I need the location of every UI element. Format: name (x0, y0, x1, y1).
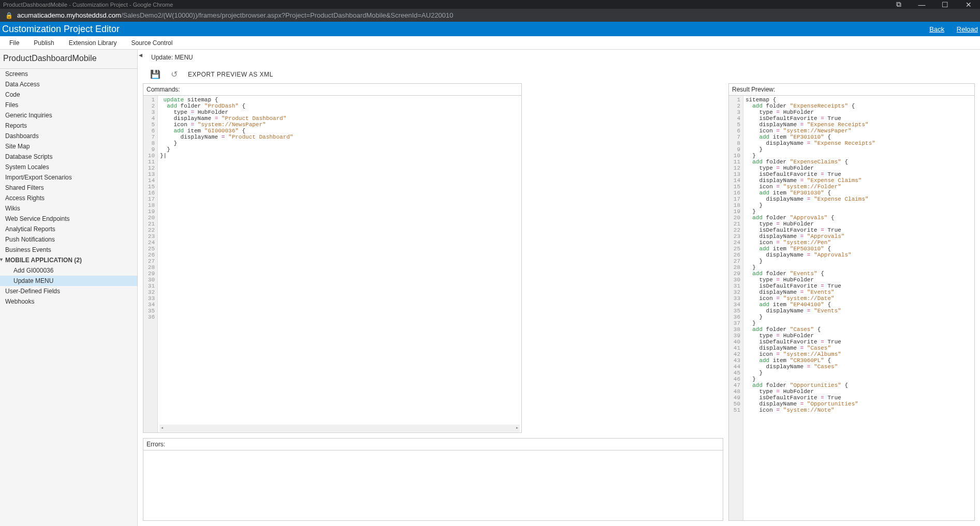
content-area: ◂ Update: MENU 💾 ↺ EXPORT PREVIEW AS XML… (138, 50, 980, 526)
picture-in-picture-icon[interactable]: ⧉ (887, 0, 910, 9)
sidebar: ProductDashboardMobile ScreensData Acces… (0, 50, 138, 526)
sidebar-item[interactable]: Screens (0, 69, 137, 79)
sidebar-item[interactable]: User-Defined Fields (0, 286, 137, 296)
menu-publish[interactable]: Publish (26, 39, 61, 47)
sidebar-item[interactable]: Wikis (0, 203, 137, 214)
sidebar-item[interactable]: Reports (0, 121, 137, 131)
save-icon[interactable]: 💾 (150, 69, 160, 79)
url-domain: acumaticademo.myhosteddsd.com (17, 11, 121, 19)
menu-file[interactable]: File (2, 39, 26, 47)
sidebar-item[interactable]: Add GI000036 (0, 265, 137, 276)
sidebar-item[interactable]: Data Access (0, 79, 137, 89)
app-header: Customization Project Editor Back Reload (0, 22, 980, 36)
errors-body (143, 450, 723, 520)
sidebar-item[interactable]: Business Events (0, 245, 137, 255)
toolbar: 💾 ↺ EXPORT PREVIEW AS XML (138, 65, 980, 83)
app-title: Customization Project Editor (2, 24, 120, 35)
sidebar-item-mobile-application[interactable]: MOBILE APPLICATION (2) (0, 255, 137, 265)
back-link[interactable]: Back (929, 25, 944, 33)
url-path: /SalesDemo2/(W(10000))/frames/projectbro… (121, 11, 454, 19)
sidebar-item[interactable]: Site Map (0, 141, 137, 152)
result-code[interactable]: sitemap { add folder "ExpenseReceipts" {… (743, 96, 974, 520)
commands-editor[interactable]: 1234567891011121314151617181920212223242… (143, 96, 521, 432)
panels-row: Commands: 123456789101112131415161718192… (138, 83, 980, 526)
back-arrow-icon[interactable]: ◂ (139, 51, 142, 59)
sidebar-item[interactable]: Dashboards (0, 131, 137, 141)
export-preview-button[interactable]: EXPORT PREVIEW AS XML (188, 71, 273, 78)
sidebar-item[interactable]: Files (0, 100, 137, 110)
commands-header: Commands: (143, 84, 521, 96)
sidebar-item[interactable]: System Locales (0, 162, 137, 172)
horizontal-scrollbar[interactable]: ◂▸ (159, 425, 520, 432)
breadcrumb-label: Update: (151, 54, 173, 61)
sidebar-item[interactable]: Webhooks (0, 296, 137, 307)
commands-panel: Commands: 123456789101112131415161718192… (143, 83, 522, 433)
result-gutter: 1234567891011121314151617181920212223242… (729, 96, 743, 520)
result-editor[interactable]: 1234567891011121314151617181920212223242… (729, 96, 974, 520)
menu-bar: File Publish Extension Library Source Co… (0, 36, 980, 50)
lock-icon: 🔒 (5, 12, 13, 19)
result-header: Result Preview: (729, 84, 974, 96)
undo-icon[interactable]: ↺ (171, 69, 178, 79)
breadcrumb-value: MENU (174, 54, 193, 61)
sidebar-item[interactable]: Push Notifications (0, 234, 137, 245)
window-controls: ⧉ — ☐ ✕ (887, 0, 980, 9)
commands-code[interactable]: update sitemap { add folder "ProdDash" {… (158, 96, 521, 432)
sidebar-item[interactable]: Update MENU (0, 276, 137, 286)
sidebar-item[interactable]: Code (0, 89, 137, 100)
browser-url-bar[interactable]: 🔒 acumaticademo.myhosteddsd.com/SalesDem… (0, 9, 980, 22)
content-header: ◂ Update: MENU (138, 50, 980, 65)
main-area: ProductDashboardMobile ScreensData Acces… (0, 50, 980, 526)
errors-panel: Errors: (143, 438, 723, 521)
commands-gutter: 1234567891011121314151617181920212223242… (143, 96, 158, 432)
sidebar-item[interactable]: Shared Filters (0, 183, 137, 193)
minimize-icon[interactable]: — (910, 0, 933, 9)
errors-header: Errors: (143, 439, 723, 450)
sidebar-list: ScreensData AccessCodeFilesGeneric Inqui… (0, 69, 137, 307)
reload-link[interactable]: Reload (957, 25, 978, 33)
breadcrumb: Update: MENU (143, 54, 193, 61)
close-icon[interactable]: ✕ (957, 0, 980, 9)
sidebar-item[interactable]: Import/Export Scenarios (0, 172, 137, 183)
menu-source-control[interactable]: Source Control (124, 39, 180, 47)
sidebar-item[interactable]: Access Rights (0, 193, 137, 203)
sidebar-item[interactable]: Generic Inquiries (0, 110, 137, 121)
maximize-icon[interactable]: ☐ (933, 0, 957, 9)
result-panel: Result Preview: 123456789101112131415161… (728, 83, 975, 521)
browser-tab-bar: ProductDashboardMobile - Customization P… (0, 0, 980, 9)
sidebar-item[interactable]: Web Service Endpoints (0, 214, 137, 224)
sidebar-item[interactable]: Database Scripts (0, 152, 137, 162)
sidebar-item[interactable]: Analytical Reports (0, 224, 137, 234)
browser-tab-title: ProductDashboardMobile - Customization P… (3, 2, 173, 8)
menu-extension-library[interactable]: Extension Library (62, 39, 124, 47)
project-name: ProductDashboardMobile (0, 50, 137, 69)
